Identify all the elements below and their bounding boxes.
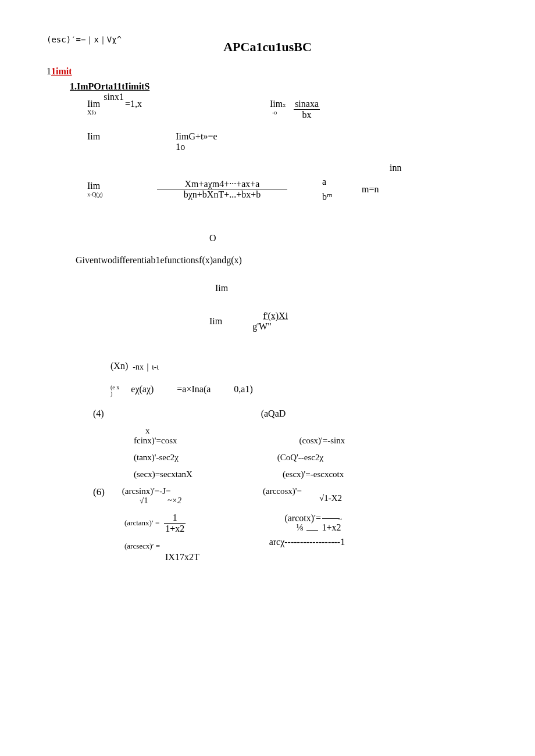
d4-sin: fcinx)'=cosx <box>134 436 177 446</box>
lim-sub-r2: -o <box>272 109 286 116</box>
lim-3-sub: x-Q(χ) <box>87 191 116 198</box>
arcsec-pre: (arcsecx)′ = <box>124 542 160 550</box>
lim-2-mid2: 1o <box>176 142 217 152</box>
col-a-bot: bᵐ <box>322 189 333 205</box>
lim-sub-r: x <box>283 102 286 108</box>
lim-sub-1: Xfo <box>87 109 100 116</box>
arcsec-r: IX17x2T <box>165 552 199 562</box>
lim-2-mid1: IimG+t»=e <box>176 131 217 142</box>
d4-right: (aQaD <box>261 409 286 419</box>
d4-sec: (secx)=secxtanX <box>134 470 192 479</box>
arcsin-b1: √1 <box>140 496 148 505</box>
tail-d2: 0,a1) <box>234 384 252 395</box>
d6-label: (6) <box>93 486 105 498</box>
lim-frac-pre: Iim <box>209 316 222 327</box>
limit-1-right: Iimx -o sinaxa bx <box>270 99 320 120</box>
echi: eχ(aχ) <box>131 384 154 395</box>
d4-cos: (cosx)'=-sinx <box>299 436 345 446</box>
eq-1: =1,x <box>125 99 142 109</box>
lim-3: Iim <box>87 181 116 191</box>
arctan-num: 1 <box>164 513 186 524</box>
arccos: (arccosx)'= <box>263 486 302 496</box>
col-a-top: a <box>322 174 333 189</box>
d4-csc: (escx)'=-escxcotx <box>283 470 344 479</box>
sinx-over: sinx1 <box>104 92 124 102</box>
given-text: Giventwodifferentiab1efunctionsf(x)andg(… <box>76 255 488 266</box>
xn: (Xn) <box>110 361 128 371</box>
d4-x: x <box>145 426 488 436</box>
arccot-r: 1+x2 <box>322 522 341 532</box>
frac-num-3: Xm+aχm4+···+ax+a <box>157 179 287 190</box>
lim-2-left: Iim <box>87 131 100 142</box>
subsection-1: 1.ImPOrta11tIimitS <box>70 81 488 92</box>
limit-1-left: Iim Xfo sinx1 =1,x <box>87 99 142 116</box>
arctan-den: 1+x2 <box>164 524 186 534</box>
arccot-frac: ⅛ <box>296 522 303 532</box>
arcsin-b2: ~×2 <box>167 496 181 505</box>
subsection-1-label: ImPOrta11tIimitS <box>77 81 149 91</box>
inn-label: inn <box>390 163 401 173</box>
section-1-heading: 11imit <box>47 66 488 77</box>
ex-label: (e x ) <box>110 384 119 397</box>
section-1-label: 1imit <box>51 66 72 76</box>
o-label: O <box>209 233 488 243</box>
lim-frac-num: f'(x)Xi <box>263 311 288 321</box>
arcsin: (arcsinx)'=-J= <box>122 486 181 496</box>
d4-cot: (CoQ'--esc2χ <box>277 453 323 463</box>
lim-label: Iim <box>87 99 100 109</box>
lim-frac-den: g'W" <box>252 321 288 332</box>
frac-den-3: bχn+bXnT+...+bx+b <box>157 189 287 200</box>
eq-d2: =a×Ina(a <box>177 384 211 395</box>
nx: -nx｜ι-ι <box>133 362 159 372</box>
section-1-num: 1 <box>47 66 51 76</box>
frac-den-1: bx <box>294 110 320 120</box>
lim-label-r: Iim <box>270 99 283 109</box>
arctan-pre: (arctanx)′ = <box>124 518 159 528</box>
arccsc: arcχ------------------1 <box>269 537 345 547</box>
m-eq-n: m=n <box>362 184 379 195</box>
arccos-r: √1-X2 <box>319 493 342 503</box>
lim-alone: Iim <box>215 283 488 293</box>
subsection-1-num: 1. <box>70 81 77 91</box>
d4-label: (4) <box>93 409 104 419</box>
d4-tan: (tanx)'-sec2χ <box>134 453 179 463</box>
frac-num-1: sinaxa <box>294 99 320 110</box>
